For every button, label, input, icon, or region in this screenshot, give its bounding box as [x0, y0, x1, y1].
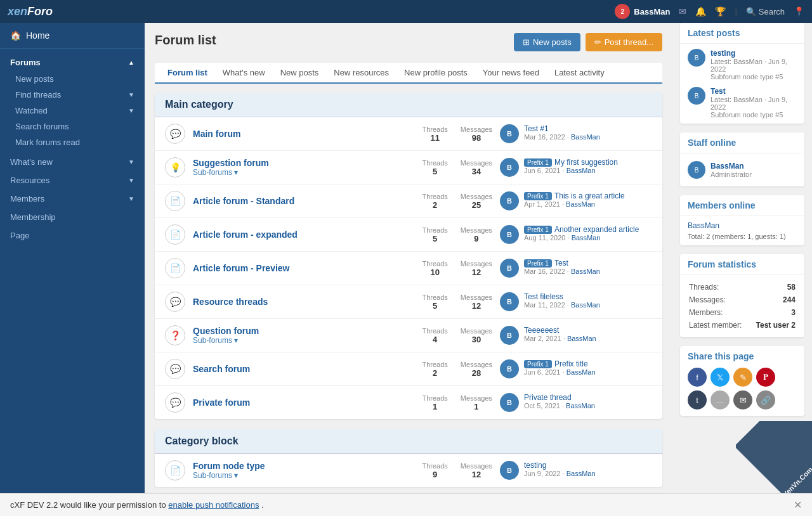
share-email-button[interactable]: ✉: [733, 390, 752, 410]
forum-row-0-1: 💡Suggestion forumSub-forums ▾ Threads 5 …: [155, 151, 662, 184]
share-edit-button[interactable]: ✎: [733, 368, 752, 387]
search-button[interactable]: 🔍 Search: [746, 7, 785, 16]
forum-name-0-5[interactable]: Resource threads: [193, 297, 415, 307]
latest-thread-title-0-2[interactable]: Prefix 1This is a great article: [524, 191, 652, 200]
forums-section-header[interactable]: Forums ▲: [10, 54, 134, 71]
stats-members-label: Members:: [689, 307, 749, 318]
tab-forum-list[interactable]: Forum list: [160, 63, 215, 84]
latest-author-0-8[interactable]: BassMan: [566, 402, 595, 410]
new-posts-button[interactable]: ⊞ New posts: [514, 33, 580, 51]
sidebar-item-whats-new[interactable]: What's new ▼: [0, 153, 145, 171]
latest-avatar-0-7: B: [500, 359, 519, 378]
forum-subforums-0-1[interactable]: Sub-forums ▾: [193, 168, 415, 177]
forum-stats-0-8: Threads 1 Messages 1: [422, 394, 493, 411]
sidebar-item-watched[interactable]: Watched ▼: [10, 103, 134, 119]
share-other-button[interactable]: …: [710, 390, 730, 410]
latest-thread-title-0-6[interactable]: Teeeeeest: [524, 326, 652, 335]
members-chevron: ▼: [128, 195, 134, 202]
tab-new-resources[interactable]: New resources: [326, 63, 396, 84]
notification-close-button[interactable]: ✕: [794, 499, 802, 511]
forum-name-1-0[interactable]: Forum node type: [193, 461, 415, 471]
latest-author-0-3[interactable]: BassMan: [572, 234, 601, 242]
post-thread-icon: ✏: [594, 37, 601, 47]
latest-thread-title-0-0[interactable]: Test #1: [524, 124, 652, 133]
latest-thread-title-0-8[interactable]: Private thread: [524, 393, 652, 402]
latest-thread-title-0-4[interactable]: Prefix 1Test: [524, 259, 652, 268]
threads-stat: Threads 1: [422, 394, 448, 411]
forum-stats-0-1: Threads 5 Messages 34: [422, 159, 493, 176]
forum-latest-0-4: BPrefix 1TestMar 16, 2022 · BassMan: [500, 259, 652, 278]
stats-latest-member-value[interactable]: Test user 2: [750, 319, 796, 331]
forum-name-0-2[interactable]: Article forum - Standard: [193, 196, 415, 206]
latest-post-title-1[interactable]: testing: [710, 49, 797, 58]
forum-name-0-1[interactable]: Suggestion forum: [193, 158, 415, 168]
sidebar-item-page[interactable]: Page: [0, 226, 145, 245]
sidebar-item-membership[interactable]: Membership: [0, 208, 145, 226]
latest-info-0-3: Prefix 1Another expanded articleAug 11, …: [524, 225, 652, 242]
latest-author-0-1[interactable]: BassMan: [566, 167, 596, 174]
tab-latest-activity[interactable]: Latest activity: [547, 63, 612, 84]
sidebar-item-search-forums[interactable]: Search forums: [10, 119, 134, 134]
latest-posts-title: Latest posts: [680, 23, 804, 44]
site-logo[interactable]: xenForo: [8, 5, 53, 18]
latest-thread-title-1-0[interactable]: testing: [524, 461, 652, 470]
trophy-icon[interactable]: 🏆: [715, 6, 726, 16]
sidebar-item-resources[interactable]: Resources ▼: [0, 171, 145, 190]
forum-name-0-3[interactable]: Article forum - expanded: [193, 229, 415, 240]
members-online-name[interactable]: BassMan: [688, 221, 797, 230]
share-twitter-button[interactable]: 𝕏: [710, 368, 730, 387]
threads-stat: Threads 2: [422, 193, 448, 210]
sidebar-item-new-posts[interactable]: New posts: [10, 71, 134, 87]
share-facebook-button[interactable]: f: [688, 368, 707, 387]
latest-thread-title-0-5[interactable]: Test fileless: [524, 292, 652, 301]
latest-meta-0-0: Mar 16, 2022 · BassMan: [524, 133, 652, 141]
latest-thread-title-0-7[interactable]: Prefix 1Prefix title: [524, 359, 652, 368]
tab-new-posts[interactable]: New posts: [273, 63, 327, 84]
forum-subforums-1-0[interactable]: Sub-forums ▾: [193, 471, 415, 480]
latest-thread-title-0-3[interactable]: Prefix 1Another expanded article: [524, 225, 652, 234]
sidebar-item-mark-forums-read[interactable]: Mark forums read: [10, 134, 134, 150]
latest-author-0-7[interactable]: BassMan: [566, 368, 596, 376]
latest-author-0-4[interactable]: BassMan: [571, 268, 600, 275]
latest-post-title-2[interactable]: Test: [710, 87, 797, 96]
share-pinterest-button[interactable]: 𝐏: [756, 368, 775, 387]
latest-author-0-0[interactable]: BassMan: [571, 133, 600, 141]
forum-category-0: Main category💬Main forum Threads 11 Mess…: [155, 93, 662, 419]
latest-thread-title-0-1[interactable]: Prefix 1My first suggestion: [524, 158, 652, 167]
forum-subforums-0-6[interactable]: Sub-forums ▾: [193, 336, 415, 345]
latest-author-0-6[interactable]: BassMan: [567, 335, 596, 342]
search-icon: 🔍: [746, 7, 756, 16]
user-menu[interactable]: 2 BassMan: [615, 4, 670, 19]
staff-name[interactable]: BassMan: [710, 162, 752, 171]
tab-your-news-feed[interactable]: Your news feed: [475, 63, 547, 84]
share-tumblr-button[interactable]: t: [688, 390, 707, 410]
forum-name-0-7[interactable]: Search forum: [193, 364, 415, 374]
sidebar-item-members[interactable]: Members ▼: [0, 190, 145, 208]
forum-latest-0-2: BPrefix 1This is a great articleApr 1, 2…: [500, 191, 652, 210]
forum-name-0-0[interactable]: Main forum: [193, 129, 415, 139]
forum-stats-0-4: Threads 10 Messages 12: [422, 260, 493, 277]
latest-author-1-0[interactable]: BassMan: [566, 470, 596, 477]
sidebar-item-find-threads[interactable]: Find threads ▼: [10, 87, 134, 103]
alerts-icon[interactable]: 🔔: [695, 6, 706, 16]
forum-name-0-6[interactable]: Question forum: [193, 326, 415, 336]
forum-row-0-7: 💬Search forum Threads 2 Messages 28 BPre…: [155, 352, 662, 386]
post-thread-button[interactable]: ✏ Post thread...: [586, 33, 662, 51]
tab-whats-new[interactable]: What's new: [215, 63, 273, 84]
forum-name-0-8[interactable]: Private forum: [193, 397, 415, 408]
stats-messages-value: 244: [750, 294, 796, 306]
share-link-button[interactable]: 🔗: [756, 390, 775, 410]
latest-author-0-5[interactable]: BassMan: [571, 301, 600, 309]
inbox-icon[interactable]: ✉: [679, 6, 686, 16]
tab-new-profile-posts[interactable]: New profile posts: [396, 63, 475, 84]
sidebar-home[interactable]: 🏠 Home: [0, 23, 145, 49]
location-icon[interactable]: 📍: [794, 6, 804, 16]
notification-link[interactable]: enable push notifications: [168, 500, 259, 510]
latest-meta-0-2: Apr 1, 2021 · BassMan: [524, 200, 652, 208]
threads-stat: Threads 10: [422, 260, 448, 277]
staff-online-body: B BassMan Administrator: [680, 153, 804, 186]
latest-avatar-0-4: B: [500, 259, 519, 278]
latest-author-0-2[interactable]: BassMan: [566, 200, 595, 208]
threads-stat: Threads 5: [422, 293, 448, 311]
forum-name-0-4[interactable]: Article forum - Preview: [193, 263, 415, 273]
